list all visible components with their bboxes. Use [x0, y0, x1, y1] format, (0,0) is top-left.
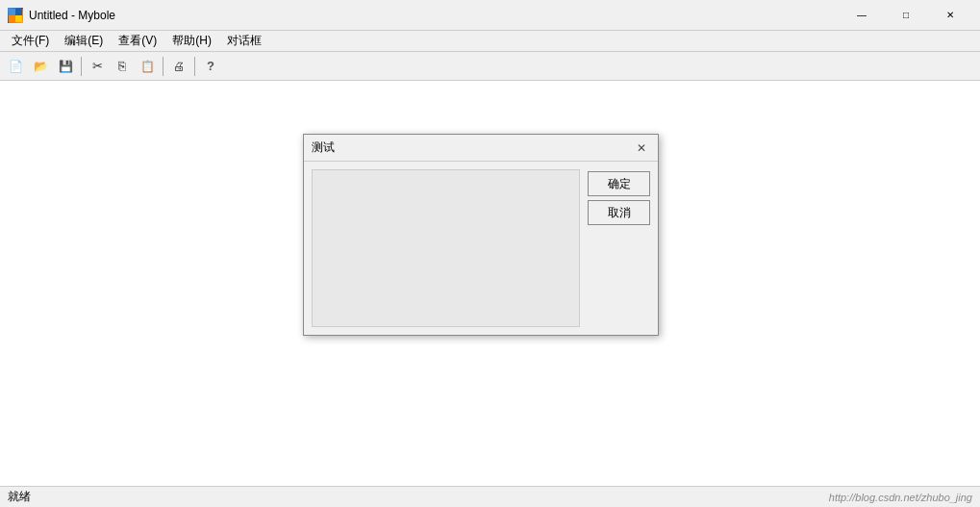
svg-rect-0	[9, 9, 15, 15]
dialog-title: 测试	[312, 139, 633, 156]
menu-bar: 文件(F) 编辑(E) 查看(V) 帮助(H) 对话框	[0, 31, 980, 52]
copy-button[interactable]	[111, 56, 134, 77]
status-bar: 就绪 http://blog.csdn.net/zhubo_jing	[0, 486, 980, 507]
dialog-content: 确定 取消	[304, 162, 658, 335]
window-title: Untitled - Mybole	[29, 9, 840, 22]
dialog-body	[312, 169, 580, 327]
watermark: http://blog.csdn.net/zhubo_jing	[829, 492, 972, 503]
main-area: 测试 ✕ 确定 取消	[0, 81, 980, 486]
menu-edit[interactable]: 编辑(E)	[57, 31, 111, 51]
toolbar	[0, 52, 980, 81]
open-button[interactable]	[29, 56, 52, 77]
paste-button[interactable]	[136, 56, 159, 77]
svg-rect-1	[15, 9, 22, 15]
title-bar: Untitled - Mybole — □ ✕	[0, 0, 980, 31]
dialog-close-button[interactable]: ✕	[633, 139, 650, 157]
app-icon	[8, 8, 23, 23]
dialog-title-bar: 测试 ✕	[304, 135, 658, 162]
cut-button[interactable]	[86, 56, 109, 77]
new-button[interactable]	[4, 56, 27, 77]
dialog-cancel-button[interactable]: 取消	[588, 200, 650, 225]
toolbar-separator-1	[81, 57, 82, 76]
dialog-ok-button[interactable]: 确定	[588, 171, 650, 196]
menu-view[interactable]: 查看(V)	[111, 31, 164, 51]
menu-help[interactable]: 帮助(H)	[164, 31, 219, 51]
maximize-button[interactable]: □	[884, 0, 928, 31]
toolbar-separator-3	[194, 57, 195, 76]
minimize-button[interactable]: —	[840, 0, 884, 31]
toolbar-separator-2	[163, 57, 163, 76]
help-button[interactable]	[199, 56, 222, 77]
print-button[interactable]	[167, 56, 190, 77]
menu-file[interactable]: 文件(F)	[4, 31, 57, 51]
svg-rect-2	[9, 15, 15, 22]
window-controls: — □ ✕	[840, 0, 972, 31]
menu-dialog[interactable]: 对话框	[219, 31, 269, 51]
save-button[interactable]	[54, 56, 77, 77]
close-button[interactable]: ✕	[928, 0, 972, 31]
dialog-buttons: 确定 取消	[588, 169, 650, 327]
dialog: 测试 ✕ 确定 取消	[303, 134, 659, 336]
svg-rect-3	[15, 15, 22, 22]
status-text: 就绪	[8, 489, 31, 505]
